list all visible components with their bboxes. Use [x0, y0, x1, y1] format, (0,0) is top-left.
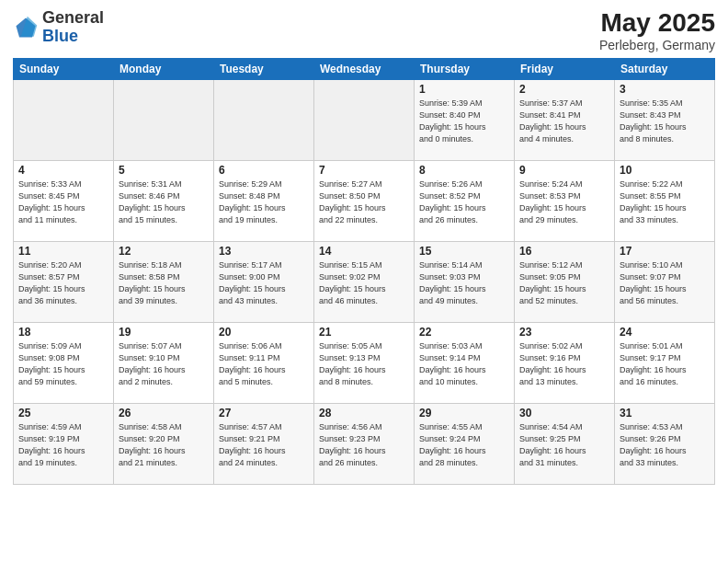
day-info: Sunrise: 5:24 AM Sunset: 8:53 PM Dayligh…: [519, 178, 609, 226]
week-row-3: 11Sunrise: 5:20 AM Sunset: 8:57 PM Dayli…: [14, 241, 715, 322]
day-number: 4: [18, 164, 108, 177]
day-number: 28: [319, 407, 409, 419]
day-cell: 8Sunrise: 5:26 AM Sunset: 8:52 PM Daylig…: [415, 160, 515, 241]
day-cell: 9Sunrise: 5:24 AM Sunset: 8:53 PM Daylig…: [515, 160, 615, 241]
day-cell: [14, 79, 114, 160]
day-info: Sunrise: 5:14 AM Sunset: 9:03 PM Dayligh…: [419, 259, 509, 307]
day-info: Sunrise: 5:29 AM Sunset: 8:48 PM Dayligh…: [219, 178, 309, 226]
day-cell: 22Sunrise: 5:03 AM Sunset: 9:14 PM Dayli…: [415, 322, 515, 403]
day-info: Sunrise: 5:18 AM Sunset: 8:58 PM Dayligh…: [119, 259, 209, 307]
day-info: Sunrise: 4:54 AM Sunset: 9:25 PM Dayligh…: [519, 421, 609, 469]
day-number: 1: [419, 83, 509, 96]
day-number: 18: [18, 326, 108, 339]
day-info: Sunrise: 5:20 AM Sunset: 8:57 PM Dayligh…: [18, 259, 108, 307]
day-info: Sunrise: 5:26 AM Sunset: 8:52 PM Dayligh…: [419, 178, 509, 226]
calendar-table: SundayMondayTuesdayWednesdayThursdayFrid…: [13, 58, 715, 485]
day-info: Sunrise: 5:22 AM Sunset: 8:55 PM Dayligh…: [620, 178, 710, 226]
day-cell: 19Sunrise: 5:07 AM Sunset: 9:10 PM Dayli…: [114, 322, 214, 403]
day-number: 17: [620, 245, 710, 258]
col-header-wednesday: Wednesday: [314, 58, 415, 79]
day-info: Sunrise: 4:53 AM Sunset: 9:26 PM Dayligh…: [620, 421, 710, 469]
day-info: Sunrise: 5:02 AM Sunset: 9:16 PM Dayligh…: [519, 340, 609, 388]
day-info: Sunrise: 5:15 AM Sunset: 9:02 PM Dayligh…: [319, 259, 409, 307]
col-header-sunday: Sunday: [14, 58, 114, 79]
day-number: 10: [620, 164, 710, 177]
day-cell: 11Sunrise: 5:20 AM Sunset: 8:57 PM Dayli…: [14, 241, 114, 322]
day-info: Sunrise: 5:03 AM Sunset: 9:14 PM Dayligh…: [419, 340, 509, 388]
day-cell: 3Sunrise: 5:35 AM Sunset: 8:43 PM Daylig…: [615, 79, 715, 160]
day-number: 29: [419, 407, 509, 419]
day-number: 25: [18, 407, 108, 419]
col-header-tuesday: Tuesday: [214, 58, 314, 79]
day-cell: 17Sunrise: 5:10 AM Sunset: 9:07 PM Dayli…: [615, 241, 715, 322]
day-cell: [214, 79, 314, 160]
week-row-4: 18Sunrise: 5:09 AM Sunset: 9:08 PM Dayli…: [14, 322, 715, 403]
day-info: Sunrise: 5:09 AM Sunset: 9:08 PM Dayligh…: [18, 340, 108, 388]
day-number: 9: [519, 164, 609, 177]
day-cell: 13Sunrise: 5:17 AM Sunset: 9:00 PM Dayli…: [214, 241, 314, 322]
day-info: Sunrise: 5:27 AM Sunset: 8:50 PM Dayligh…: [319, 178, 409, 226]
day-number: 2: [519, 83, 609, 96]
day-info: Sunrise: 5:10 AM Sunset: 9:07 PM Dayligh…: [620, 259, 710, 307]
day-number: 27: [219, 407, 309, 419]
week-row-5: 25Sunrise: 4:59 AM Sunset: 9:19 PM Dayli…: [14, 403, 715, 484]
day-number: 8: [419, 164, 509, 177]
day-cell: 14Sunrise: 5:15 AM Sunset: 9:02 PM Dayli…: [314, 241, 415, 322]
day-cell: 20Sunrise: 5:06 AM Sunset: 9:11 PM Dayli…: [214, 322, 314, 403]
day-number: 13: [219, 245, 309, 258]
day-info: Sunrise: 5:06 AM Sunset: 9:11 PM Dayligh…: [219, 340, 309, 388]
day-cell: 1Sunrise: 5:39 AM Sunset: 8:40 PM Daylig…: [415, 79, 515, 160]
logo-text: General Blue: [42, 9, 104, 46]
location: Perleberg, Germany: [599, 38, 715, 52]
day-number: 7: [319, 164, 409, 177]
day-info: Sunrise: 5:35 AM Sunset: 8:43 PM Dayligh…: [620, 98, 710, 145]
day-cell: 24Sunrise: 5:01 AM Sunset: 9:17 PM Dayli…: [615, 322, 715, 403]
day-number: 16: [519, 245, 609, 258]
col-header-saturday: Saturday: [615, 58, 715, 79]
col-header-friday: Friday: [515, 58, 615, 79]
day-number: 22: [419, 326, 509, 339]
day-info: Sunrise: 4:57 AM Sunset: 9:21 PM Dayligh…: [219, 421, 309, 469]
day-cell: 25Sunrise: 4:59 AM Sunset: 9:19 PM Dayli…: [14, 403, 114, 484]
logo: General Blue: [13, 9, 104, 46]
day-number: 5: [119, 164, 209, 177]
col-header-monday: Monday: [114, 58, 214, 79]
day-number: 19: [119, 326, 209, 339]
day-cell: 18Sunrise: 5:09 AM Sunset: 9:08 PM Dayli…: [14, 322, 114, 403]
logo-icon: [13, 15, 39, 40]
day-info: Sunrise: 4:59 AM Sunset: 9:19 PM Dayligh…: [18, 421, 108, 469]
day-info: Sunrise: 5:33 AM Sunset: 8:45 PM Dayligh…: [18, 178, 108, 226]
day-cell: 4Sunrise: 5:33 AM Sunset: 8:45 PM Daylig…: [14, 160, 114, 241]
day-info: Sunrise: 5:12 AM Sunset: 9:05 PM Dayligh…: [519, 259, 609, 307]
day-number: 15: [419, 245, 509, 258]
day-number: 21: [319, 326, 409, 339]
day-info: Sunrise: 5:01 AM Sunset: 9:17 PM Dayligh…: [620, 340, 710, 388]
day-number: 14: [319, 245, 409, 258]
day-info: Sunrise: 4:58 AM Sunset: 9:20 PM Dayligh…: [119, 421, 209, 469]
day-cell: 21Sunrise: 5:05 AM Sunset: 9:13 PM Dayli…: [314, 322, 415, 403]
day-cell: [314, 79, 415, 160]
day-number: 26: [119, 407, 209, 419]
day-info: Sunrise: 5:07 AM Sunset: 9:10 PM Dayligh…: [119, 340, 209, 388]
week-row-1: 1Sunrise: 5:39 AM Sunset: 8:40 PM Daylig…: [14, 79, 715, 160]
page: General Blue May 2025 Perleberg, Germany…: [0, 0, 728, 563]
col-header-thursday: Thursday: [415, 58, 515, 79]
day-cell: 15Sunrise: 5:14 AM Sunset: 9:03 PM Dayli…: [415, 241, 515, 322]
day-cell: 5Sunrise: 5:31 AM Sunset: 8:46 PM Daylig…: [114, 160, 214, 241]
day-number: 6: [219, 164, 309, 177]
day-cell: 31Sunrise: 4:53 AM Sunset: 9:26 PM Dayli…: [615, 403, 715, 484]
logo-general: General: [42, 8, 104, 27]
day-cell: 30Sunrise: 4:54 AM Sunset: 9:25 PM Dayli…: [515, 403, 615, 484]
day-info: Sunrise: 5:17 AM Sunset: 9:00 PM Dayligh…: [219, 259, 309, 307]
logo-blue: Blue: [42, 27, 78, 45]
day-number: 20: [219, 326, 309, 339]
day-info: Sunrise: 5:05 AM Sunset: 9:13 PM Dayligh…: [319, 340, 409, 388]
day-info: Sunrise: 4:56 AM Sunset: 9:23 PM Dayligh…: [319, 421, 409, 469]
day-number: 31: [620, 407, 710, 419]
day-info: Sunrise: 5:37 AM Sunset: 8:41 PM Dayligh…: [519, 98, 609, 145]
day-cell: 16Sunrise: 5:12 AM Sunset: 9:05 PM Dayli…: [515, 241, 615, 322]
day-cell: 28Sunrise: 4:56 AM Sunset: 9:23 PM Dayli…: [314, 403, 415, 484]
day-cell: 10Sunrise: 5:22 AM Sunset: 8:55 PM Dayli…: [615, 160, 715, 241]
day-number: 24: [620, 326, 710, 339]
day-info: Sunrise: 5:39 AM Sunset: 8:40 PM Dayligh…: [419, 98, 509, 145]
